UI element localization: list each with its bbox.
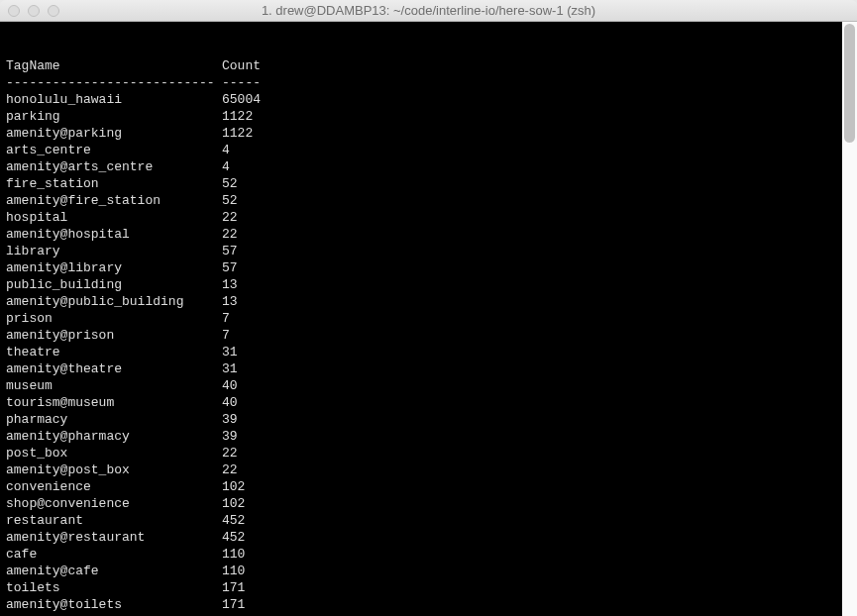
- window-title: 1. drew@DDAMBP13: ~/code/interline-io/he…: [0, 3, 857, 18]
- count-cell: 7: [222, 327, 851, 344]
- tag-cell: restaurant: [6, 512, 222, 529]
- count-cell: 13: [222, 276, 851, 293]
- tag-cell: honolulu_hawaii: [6, 91, 222, 108]
- table-row: amenity@cafe110: [6, 563, 851, 579]
- tag-cell: amenity@hospital: [6, 226, 222, 243]
- tag-cell: convenience: [6, 478, 222, 495]
- table-row: public_building13: [6, 276, 851, 293]
- tag-cell: amenity@restaurant: [6, 529, 222, 546]
- table-row: amenity@hospital22: [6, 226, 851, 243]
- table-row: amenity@public_building13: [6, 293, 851, 310]
- tag-cell: shop@convenience: [6, 495, 222, 512]
- scrollbar-thumb[interactable]: [844, 24, 855, 143]
- tag-cell: public_building: [6, 276, 222, 293]
- tag-cell: amenity@fire_station: [6, 192, 222, 209]
- table-row: restaurant452: [6, 512, 851, 529]
- traffic-lights: [0, 5, 59, 17]
- scrollbar-track[interactable]: [842, 22, 857, 616]
- count-cell: 39: [222, 411, 851, 428]
- terminal-window: 1. drew@DDAMBP13: ~/code/interline-io/he…: [0, 0, 857, 616]
- table-row: amenity@theatre31: [6, 360, 851, 377]
- count-cell: -----: [222, 74, 851, 91]
- count-cell: 4: [222, 142, 851, 158]
- table-row: post_box22: [6, 445, 851, 462]
- count-cell: 7: [222, 310, 851, 327]
- table-row: theatre31: [6, 344, 851, 360]
- table-row: convenience102: [6, 478, 851, 495]
- tag-cell: pharmacy: [6, 411, 222, 428]
- close-button[interactable]: [8, 5, 20, 17]
- tag-cell: theatre: [6, 344, 222, 360]
- tag-cell: amenity@arts_centre: [6, 158, 222, 175]
- count-cell: 57: [222, 243, 851, 259]
- table-row: honolulu_hawaii65004: [6, 91, 851, 108]
- table-row: amenity@arts_centre4: [6, 158, 851, 175]
- count-cell: 13: [222, 293, 851, 310]
- table-row: shop@convenience102: [6, 495, 851, 512]
- tag-cell: amenity@cafe: [6, 563, 222, 579]
- tag-cell: amenity@library: [6, 259, 222, 276]
- tag-cell: prison: [6, 310, 222, 327]
- tag-cell: library: [6, 243, 222, 259]
- count-cell: 40: [222, 377, 851, 394]
- tag-cell: arts_centre: [6, 142, 222, 158]
- tag-cell: post_box: [6, 445, 222, 462]
- tag-cell: amenity@theatre: [6, 360, 222, 377]
- count-cell: 22: [222, 462, 851, 478]
- tag-cell: tourism@museum: [6, 394, 222, 411]
- tag-cell: hospital: [6, 209, 222, 226]
- count-cell: Count: [222, 57, 851, 74]
- count-cell: 39: [222, 428, 851, 445]
- table-row: amenity@parking1122: [6, 125, 851, 142]
- table-row: amenity@toilets171: [6, 596, 851, 613]
- count-cell: 171: [222, 579, 851, 596]
- table-row: pharmacy39: [6, 411, 851, 428]
- tag-cell: amenity@public_building: [6, 293, 222, 310]
- table-row: arts_centre4: [6, 142, 851, 158]
- minimize-button[interactable]: [28, 5, 40, 17]
- table-row: amenity@fire_station52: [6, 192, 851, 209]
- table-row: parking1122: [6, 108, 851, 125]
- tag-cell: museum: [6, 377, 222, 394]
- table-row: tourism@museum40: [6, 394, 851, 411]
- count-cell: 40: [222, 394, 851, 411]
- table-separator: --------------------------------: [6, 74, 851, 91]
- tag-cell: amenity@toilets: [6, 596, 222, 613]
- titlebar[interactable]: 1. drew@DDAMBP13: ~/code/interline-io/he…: [0, 0, 857, 22]
- count-cell: 1122: [222, 125, 851, 142]
- table-row: amenity@prison7: [6, 327, 851, 344]
- count-cell: 22: [222, 226, 851, 243]
- tag-cell: amenity@parking: [6, 125, 222, 142]
- count-cell: 4: [222, 158, 851, 175]
- table-row: amenity@restaurant452: [6, 529, 851, 546]
- tag-cell: ---------------------------: [6, 74, 222, 91]
- tag-cell: cafe: [6, 546, 222, 563]
- table-row: library57: [6, 243, 851, 259]
- table-row: amenity@post_box22: [6, 462, 851, 478]
- tag-cell: parking: [6, 108, 222, 125]
- table-row: toilets171: [6, 579, 851, 596]
- count-cell: 52: [222, 175, 851, 192]
- count-cell: 31: [222, 360, 851, 377]
- count-cell: 52: [222, 192, 851, 209]
- tag-cell: amenity@post_box: [6, 462, 222, 478]
- table-row: prison7: [6, 310, 851, 327]
- count-cell: 31: [222, 344, 851, 360]
- count-cell: 57: [222, 259, 851, 276]
- count-cell: 171: [222, 596, 851, 613]
- table-row: amenity@pharmacy39: [6, 428, 851, 445]
- maximize-button[interactable]: [48, 5, 59, 17]
- count-cell: 1122: [222, 108, 851, 125]
- count-cell: 22: [222, 445, 851, 462]
- count-cell: 452: [222, 512, 851, 529]
- table-row: fire_station52: [6, 175, 851, 192]
- tag-cell: amenity@prison: [6, 327, 222, 344]
- terminal-output[interactable]: TagNameCount----------------------------…: [0, 22, 857, 616]
- tag-cell: fire_station: [6, 175, 222, 192]
- table-row: cafe110: [6, 546, 851, 563]
- tag-cell: TagName: [6, 57, 222, 74]
- count-cell: 22: [222, 209, 851, 226]
- table-row: amenity@library57: [6, 259, 851, 276]
- table-row: hospital22: [6, 209, 851, 226]
- tag-cell: toilets: [6, 579, 222, 596]
